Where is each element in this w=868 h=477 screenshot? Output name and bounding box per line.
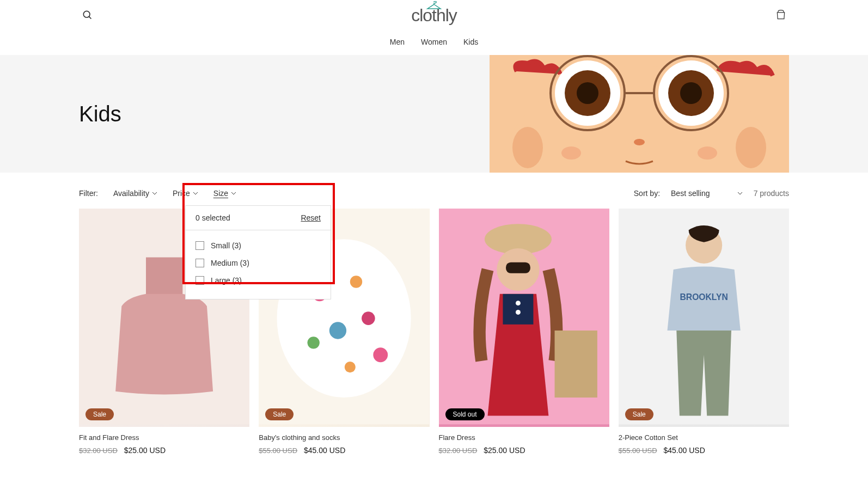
product-title: Flare Dress — [439, 433, 609, 442]
checkbox[interactable] — [195, 241, 204, 250]
filter-label: Filter: — [79, 189, 98, 198]
svg-line-1 — [89, 16, 91, 19]
svg-point-33 — [515, 301, 520, 305]
cart-icon[interactable] — [775, 9, 786, 22]
product-prices: $55.00 USD $45.00 USD — [619, 446, 789, 455]
hero-banner: Kids — [0, 55, 868, 173]
svg-point-6 — [577, 82, 598, 104]
product-title: Baby's clothing and socks — [259, 433, 429, 442]
svg-point-13 — [512, 127, 543, 168]
hero-image — [490, 55, 789, 173]
svg-point-27 — [345, 362, 356, 372]
chevron-down-icon — [231, 191, 236, 196]
svg-text:BROOKLYN: BROOKLYN — [680, 292, 728, 302]
reset-button[interactable]: Reset — [301, 213, 321, 222]
size-option-small[interactable]: Small (3) — [195, 237, 321, 254]
svg-point-34 — [515, 310, 520, 315]
price-old: $32.00 USD — [79, 447, 118, 455]
selected-count: 0 selected — [195, 213, 230, 222]
main-nav: Men Women Kids — [0, 31, 868, 55]
nav-women[interactable]: Women — [421, 38, 447, 46]
chevron-down-icon — [737, 191, 743, 196]
chevron-down-icon — [152, 191, 157, 196]
price-old: $32.00 USD — [439, 447, 478, 455]
svg-point-22 — [350, 276, 362, 288]
sort-select[interactable]: Best selling — [671, 189, 743, 198]
price-old: $55.00 USD — [619, 447, 657, 455]
svg-point-0 — [83, 11, 90, 17]
svg-rect-35 — [554, 331, 597, 397]
svg-point-9 — [680, 82, 702, 104]
product-card[interactable]: Sold out Flare Dress $32.00 USD $25.00 U… — [439, 209, 609, 455]
product-prices: $55.00 USD $45.00 USD — [259, 446, 429, 455]
chevron-down-icon — [193, 191, 198, 196]
price-new: $45.00 USD — [304, 446, 345, 455]
product-image: Sold out — [439, 209, 609, 427]
sale-badge: Sale — [85, 408, 114, 420]
svg-point-23 — [329, 322, 346, 339]
svg-rect-31 — [506, 262, 530, 273]
filter-price[interactable]: Price — [173, 189, 198, 198]
svg-point-15 — [561, 146, 581, 160]
search-icon[interactable] — [82, 9, 93, 22]
price-new: $25.00 USD — [484, 446, 525, 455]
soldout-badge: Sold out — [445, 408, 485, 420]
size-option-medium[interactable]: Medium (3) — [195, 254, 321, 272]
svg-rect-32 — [503, 294, 533, 325]
svg-point-14 — [736, 127, 766, 168]
svg-point-26 — [374, 347, 388, 362]
svg-point-24 — [362, 311, 375, 325]
product-title: Fit and Flare Dress — [79, 433, 249, 442]
sale-badge: Sale — [625, 408, 653, 420]
product-image: BROOKLYN Sale — [619, 209, 789, 427]
filter-availability[interactable]: Availability — [113, 189, 157, 198]
nav-men[interactable]: Men — [390, 38, 405, 46]
price-new: $45.00 USD — [663, 446, 705, 455]
size-dropdown: 0 selected Reset Small (3) Medium (3) La… — [185, 205, 331, 299]
sort-label: Sort by: — [634, 189, 660, 198]
product-title: 2-Piece Cotton Set — [619, 433, 789, 442]
nav-kids[interactable]: Kids — [463, 38, 478, 46]
product-count: 7 products — [754, 189, 789, 198]
svg-point-25 — [308, 337, 320, 348]
sale-badge: Sale — [265, 408, 294, 420]
svg-point-16 — [698, 146, 717, 160]
filter-size[interactable]: Size — [213, 189, 236, 198]
product-prices: $32.00 USD $25.00 USD — [439, 446, 609, 455]
price-old: $55.00 USD — [259, 447, 297, 455]
product-card[interactable]: BROOKLYN Sale 2-Piece Cotton Set $55.00 … — [619, 209, 789, 455]
price-new: $25.00 USD — [124, 446, 166, 455]
svg-point-17 — [634, 139, 645, 145]
size-option-large[interactable]: Large (3) — [195, 272, 321, 289]
checkbox[interactable] — [195, 259, 204, 267]
checkbox[interactable] — [195, 276, 204, 285]
logo[interactable]: clothly — [411, 5, 457, 26]
page-title: Kids — [79, 102, 121, 126]
product-prices: $32.00 USD $25.00 USD — [79, 446, 249, 455]
